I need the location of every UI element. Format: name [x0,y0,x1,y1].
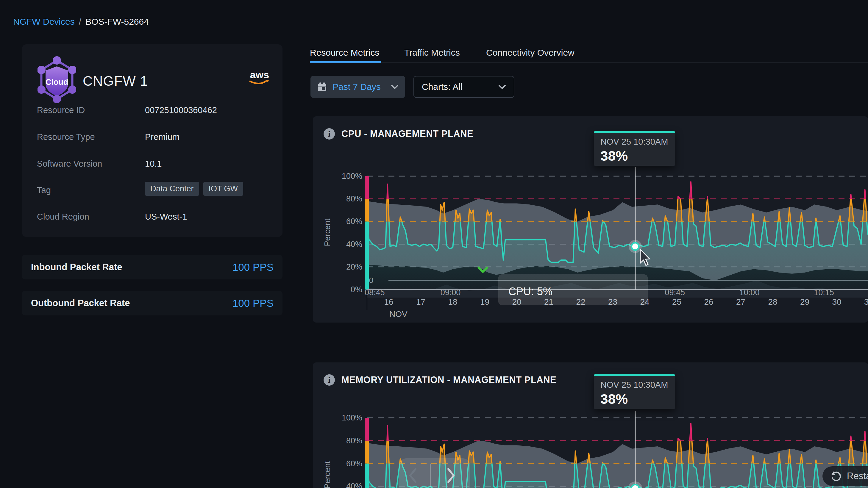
threshold-strip [365,464,369,488]
svg-text:31: 31 [864,297,868,306]
svg-text:10:15: 10:15 [814,288,834,297]
tag-chip-data-center: Data Center [145,182,199,196]
svg-text:NOV: NOV [389,310,407,319]
svg-text:100%: 100% [342,413,362,422]
svg-text:09:00: 09:00 [440,288,461,297]
svg-text:aws: aws [250,69,269,80]
svg-text:08:45: 08:45 [365,288,385,297]
svg-text:Cloud: Cloud [45,78,68,87]
cpu-chart-card: i CPU - MANAGEMENT PLANE 008:4509:0009:4… [313,116,868,323]
svg-text:26: 26 [704,297,714,306]
tooltip-value: 38% [600,148,669,164]
memory-chart-card: i MEMORY UTILIZATION - MANAGEMENT PLANE … [313,362,868,488]
chevron-left-icon[interactable] [410,469,415,482]
field-value-software-version: 10.1 [145,159,162,169]
calendar-icon [317,82,327,92]
svg-text:19: 19 [480,297,489,306]
field-value-resource-id: 007251000360462 [145,105,217,115]
charts-filter-dropdown[interactable]: Charts: All [413,76,515,98]
svg-text:0%: 0% [351,285,362,294]
chevron-right-icon[interactable] [448,469,454,482]
field-label-resource-id: Resource ID [37,105,85,115]
svg-text:10:00: 10:00 [739,288,760,297]
restart-button[interactable]: Restart [823,466,868,486]
date-range-value: Past 7 Days [333,82,381,92]
inbound-packet-rate-label: Inbound Packet Rate [31,262,122,272]
svg-text:60%: 60% [346,217,362,226]
breadcrumb: NGFW Devices / BOS-FW-52664 [13,17,149,27]
date-range-dropdown[interactable]: Past 7 Days [310,76,405,98]
charts-filter-value: Charts: All [422,82,463,92]
inbound-packet-rate-value: 100 PPS [232,261,274,273]
chevron-down-icon [391,85,399,89]
device-info-card: Cloud CNGFW 1 aws Resource ID 0072510003… [22,44,282,237]
threshold-strip [365,176,369,199]
info-icon[interactable]: i [323,374,335,386]
svg-text:27: 27 [736,297,745,306]
svg-text:09:45: 09:45 [665,288,685,297]
hover-point [632,243,638,249]
svg-text:80%: 80% [346,194,362,203]
cpu-chart-tooltip: NOV 25 10:30AM 38% [594,131,675,166]
tab-traffic-metrics[interactable]: Traffic Metrics [404,47,460,62]
outbound-packet-rate-value: 100 PPS [232,297,274,309]
cpu-chart-title: CPU - MANAGEMENT PLANE [341,129,473,139]
tag-chip-iot-gw: IOT GW [203,182,244,196]
threshold-strip [365,418,369,441]
tooltip-value: 38% [600,391,669,407]
memory-chart-title: MEMORY UTILIZATION - MANAGEMENT PLANE [341,375,556,385]
svg-text:40%: 40% [346,482,362,488]
breadcrumb-link-ngfw-devices[interactable]: NGFW Devices [13,17,75,27]
svg-text:25: 25 [672,297,681,306]
threshold-strip [365,199,369,221]
svg-text:Percent: Percent [323,461,332,488]
tab-resource-metrics[interactable]: Resource Metrics [310,47,379,62]
svg-text:Percent: Percent [323,219,332,247]
breadcrumb-separator: / [79,17,81,27]
aws-logo: aws [247,69,272,86]
outbound-packet-rate-label: Outbound Packet Rate [31,298,130,308]
field-label-cloud-region: Cloud Region [37,212,89,222]
svg-text:60%: 60% [346,459,362,468]
svg-text:29: 29 [800,297,809,306]
svg-text:100%: 100% [342,172,362,181]
restart-icon [830,470,842,482]
field-value-resource-type: Premium [145,132,180,142]
inbound-packet-rate-card: Inbound Packet Rate 100 PPS [22,255,282,280]
memory-chart-tooltip: NOV 25 10:30AM 38% [594,374,675,409]
breadcrumb-current: BOS-FW-52664 [86,17,149,27]
chart-pager-overlay [399,458,470,488]
svg-text:30: 30 [832,297,841,306]
restart-label: Restart [847,471,868,482]
svg-text:17: 17 [416,297,425,306]
field-label-resource-type: Resource Type [37,132,95,142]
field-label-software-version: Software Version [37,159,102,169]
svg-text:16: 16 [384,297,394,306]
active-tab-underline [310,61,381,63]
field-value-cloud-region: US-West-1 [145,212,187,222]
svg-text:40%: 40% [346,240,362,249]
threshold-strip [365,441,369,464]
svg-text:80%: 80% [346,436,362,445]
field-label-tag: Tag [37,185,51,195]
device-name: CNGFW 1 [83,73,148,89]
svg-text:18: 18 [448,297,458,306]
svg-text:20%: 20% [346,262,362,271]
tag-chips: Data Center IOT GW [145,182,243,196]
tooltip-timestamp: NOV 25 10:30AM [600,380,669,390]
tab-connectivity-overview[interactable]: Connectivity Overview [486,47,575,62]
tab-divider [310,63,868,63]
outbound-packet-rate-card: Outbound Packet Rate 100 PPS [22,291,282,316]
tooltip-timestamp: NOV 25 10:30AM [600,137,669,147]
chevron-down-icon [498,85,506,89]
svg-text:28: 28 [768,297,777,306]
cpu-chart-plot[interactable]: 008:4509:0009:4510:0010:1516171819202122… [313,116,868,323]
svg-text:CPU: 5%: CPU: 5% [508,285,553,298]
cloud-shield-icon: Cloud [37,56,76,104]
threshold-strip [365,221,369,290]
info-icon[interactable]: i [323,128,335,139]
